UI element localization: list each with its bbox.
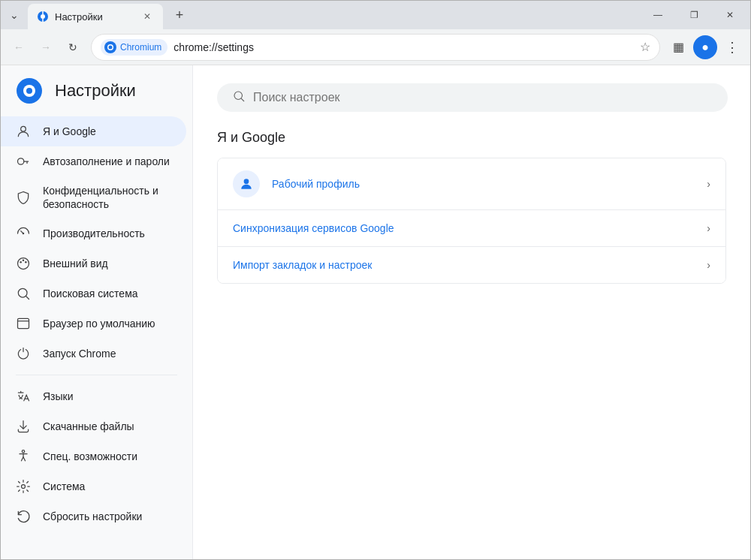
svg-point-7 — [26, 88, 32, 94]
sidebar-divider — [16, 375, 177, 375]
person-icon — [16, 124, 31, 139]
toolbar: ← → ↻ Chromium chrome://settings ☆ ▦ ● ⋮ — [1, 29, 750, 65]
address-text: chrome://settings — [173, 41, 634, 53]
sidebar-label-autofill: Автозаполнение и пароли — [43, 155, 170, 168]
browser-icon — [16, 316, 31, 331]
svg-point-18 — [22, 485, 26, 489]
address-bar[interactable]: Chromium chrome://settings ☆ — [91, 34, 660, 61]
section-title: Я и Google — [217, 130, 726, 146]
system-icon — [16, 479, 31, 494]
extensions-button[interactable]: ▦ — [666, 35, 690, 59]
settings-card: Рабочий профиль › Синхронизация сервисов… — [217, 158, 726, 284]
bookmark-icon[interactable]: ☆ — [640, 40, 650, 54]
forward-button[interactable]: → — [34, 35, 58, 59]
content-area: Настройки Я и Google — [1, 65, 750, 559]
svg-point-14 — [25, 261, 27, 263]
minimize-button[interactable]: — — [641, 3, 675, 27]
sidebar-item-privacy[interactable]: Конфиденциальность и безопасность — [1, 176, 186, 218]
sidebar: Настройки Я и Google — [1, 65, 193, 559]
sync-row-chevron-icon: › — [707, 222, 710, 234]
sidebar-item-startup[interactable]: Запуск Chrome — [1, 339, 186, 369]
sidebar-item-downloads[interactable]: Скачанные файлы — [1, 411, 186, 441]
svg-point-1 — [41, 14, 45, 19]
tab-title: Настройки — [55, 11, 134, 23]
reset-icon — [16, 509, 31, 524]
profile-button[interactable]: ● — [693, 35, 717, 59]
translate-icon — [16, 389, 31, 404]
sidebar-item-system[interactable]: Система — [1, 471, 186, 501]
svg-point-9 — [18, 158, 24, 164]
sidebar-label-reset: Сбросить настройки — [43, 510, 142, 523]
import-row-label: Импорт закладок и настроек — [233, 259, 695, 271]
profile-row-chevron-icon: › — [707, 178, 710, 190]
key-icon — [16, 154, 31, 169]
sidebar-label-downloads: Скачанные файлы — [43, 420, 134, 433]
chromium-badge[interactable]: Chromium — [101, 39, 167, 56]
svg-point-10 — [23, 233, 25, 235]
sidebar-label-accessibility: Спец. возможности — [43, 450, 137, 463]
shield-icon — [16, 190, 31, 205]
search-bar-wrapper — [217, 83, 726, 112]
profile-row-label: Рабочий профиль — [272, 178, 695, 190]
new-tab-button[interactable]: + — [169, 5, 190, 26]
sidebar-item-google[interactable]: Я и Google — [1, 116, 186, 146]
sidebar-nav: Я и Google Автозаполнение и пароли — [1, 116, 192, 531]
titlebar-left: ⌄ Настройки ✕ + — [4, 1, 190, 29]
sidebar-item-search[interactable]: Поисковая система — [1, 278, 186, 309]
sidebar-label-browser: Браузер по умолчанию — [43, 317, 155, 330]
titlebar: ⌄ Настройки ✕ + — ❐ ✕ — [1, 1, 750, 29]
settings-row-profile[interactable]: Рабочий профиль › — [218, 158, 725, 210]
sidebar-label-privacy: Конфиденциальность и безопасность — [43, 184, 171, 211]
chromium-label: Chromium — [120, 42, 161, 53]
sidebar-label-performance: Производительность — [43, 227, 145, 240]
sidebar-item-autofill[interactable]: Автозаполнение и пароли — [1, 146, 186, 176]
svg-point-17 — [22, 450, 24, 453]
accessibility-icon — [16, 449, 31, 464]
sidebar-item-browser[interactable]: Браузер по умолчанию — [1, 309, 186, 339]
sidebar-label-appearance: Внешний вид — [43, 257, 108, 270]
svg-point-20 — [244, 179, 249, 184]
sidebar-label-startup: Запуск Chrome — [43, 347, 116, 360]
tab-close-button[interactable]: ✕ — [140, 10, 154, 23]
tab-list-button[interactable]: ⌄ — [4, 5, 25, 26]
main-panel: Я и Google Рабочий профиль › Синхронизац… — [193, 65, 750, 559]
power-icon — [16, 346, 31, 361]
sidebar-label-search: Поисковая система — [43, 287, 138, 300]
sidebar-label-languages: Языки — [43, 390, 74, 403]
settings-row-sync[interactable]: Синхронизация сервисов Google › — [218, 210, 725, 247]
browser-window: ⌄ Настройки ✕ + — ❐ ✕ ← — [0, 0, 751, 560]
svg-point-8 — [21, 126, 26, 131]
settings-logo-icon — [16, 77, 43, 104]
refresh-button[interactable]: ↻ — [61, 35, 85, 59]
menu-button[interactable]: ⋮ — [720, 35, 744, 59]
svg-point-19 — [234, 92, 243, 100]
sidebar-item-accessibility[interactable]: Спец. возможности — [1, 441, 186, 471]
sidebar-item-appearance[interactable]: Внешний вид — [1, 248, 186, 278]
sidebar-item-reset[interactable]: Сбросить настройки — [1, 501, 186, 531]
back-button[interactable]: ← — [7, 35, 31, 59]
settings-header: Настройки — [1, 77, 192, 116]
search-input[interactable] — [253, 91, 713, 104]
window-controls: — ❐ ✕ — [641, 3, 747, 27]
sidebar-label-google: Я и Google — [43, 125, 96, 138]
gauge-icon — [16, 226, 31, 241]
search-bar[interactable] — [217, 83, 728, 112]
settings-row-import[interactable]: Импорт закладок и настроек › — [218, 247, 725, 283]
sidebar-item-performance[interactable]: Производительность — [1, 218, 186, 248]
download-icon — [16, 419, 31, 434]
sidebar-label-system: Система — [43, 480, 85, 493]
sidebar-item-languages[interactable]: Языки — [1, 381, 186, 411]
tab-favicon — [37, 11, 49, 23]
settings-page-title: Настройки — [55, 81, 136, 101]
paint-icon — [16, 256, 31, 271]
import-row-chevron-icon: › — [707, 259, 710, 271]
svg-rect-16 — [18, 319, 29, 329]
close-button[interactable]: ✕ — [713, 3, 747, 27]
sync-row-label: Синхронизация сервисов Google — [233, 222, 695, 234]
active-tab[interactable]: Настройки ✕ — [28, 4, 163, 29]
svg-point-15 — [18, 289, 27, 298]
svg-point-13 — [23, 260, 25, 262]
maximize-button[interactable]: ❐ — [677, 3, 711, 27]
search-icon — [16, 286, 31, 301]
svg-point-4 — [109, 45, 113, 49]
